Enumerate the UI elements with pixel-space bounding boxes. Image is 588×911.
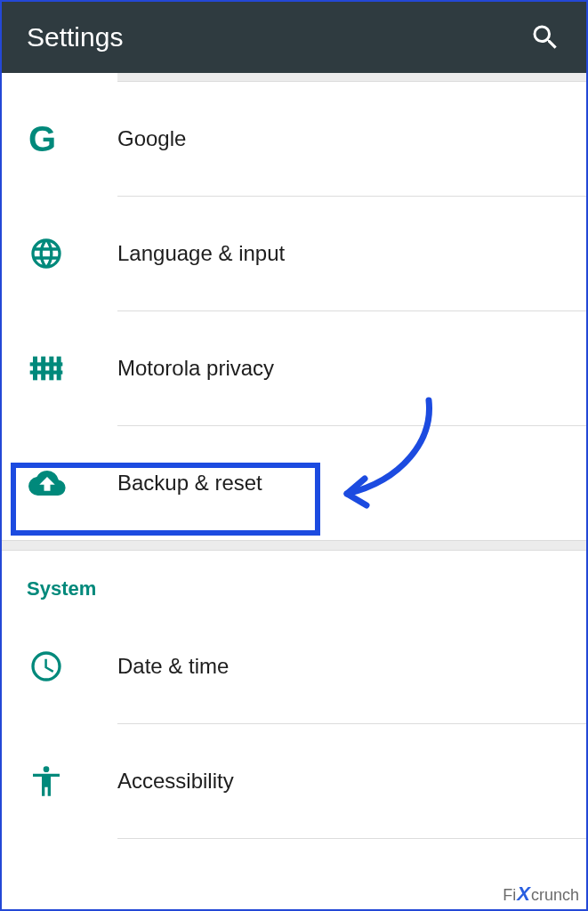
- divider: [117, 838, 586, 839]
- page-title: Settings: [27, 22, 123, 52]
- watermark-pre: Fi: [503, 886, 516, 905]
- section-title-system: System: [2, 551, 586, 609]
- settings-item-language-input[interactable]: Language & input: [2, 197, 586, 310]
- settings-item-label: Google: [117, 126, 186, 151]
- globe-icon: [28, 236, 117, 271]
- settings-item-accessibility[interactable]: Accessibility: [2, 724, 586, 838]
- google-icon: G: [28, 121, 117, 157]
- section-divider: [2, 540, 586, 551]
- settings-item-label: Language & input: [117, 241, 285, 266]
- watermark: FiXcrunch: [503, 883, 579, 906]
- clock-icon: [28, 649, 117, 684]
- top-divider: [117, 73, 586, 82]
- fence-icon: [28, 351, 117, 386]
- settings-item-date-time[interactable]: Date & time: [2, 609, 586, 723]
- svg-rect-4: [30, 362, 63, 366]
- settings-item-label: Date & time: [117, 654, 229, 679]
- watermark-post: crunch: [531, 886, 579, 905]
- search-icon[interactable]: [529, 21, 561, 53]
- accessibility-icon: [28, 763, 117, 799]
- settings-list: G Google Language & input Motorola priva…: [2, 82, 586, 540]
- svg-rect-2: [49, 357, 53, 381]
- watermark-x-icon: X: [517, 883, 530, 906]
- settings-item-backup-reset[interactable]: Backup & reset: [2, 426, 586, 540]
- settings-item-motorola-privacy[interactable]: Motorola privacy: [2, 311, 586, 425]
- svg-rect-0: [33, 357, 37, 381]
- settings-item-label: Backup & reset: [117, 471, 262, 496]
- settings-item-label: Motorola privacy: [117, 356, 274, 381]
- svg-rect-3: [57, 357, 61, 381]
- settings-item-label: Accessibility: [117, 769, 234, 794]
- settings-item-google[interactable]: G Google: [2, 82, 586, 196]
- system-list: Date & time Accessibility: [2, 609, 586, 839]
- svg-rect-5: [30, 371, 63, 375]
- cloud-upload-icon: [28, 464, 117, 502]
- svg-rect-1: [41, 357, 45, 381]
- header-bar: Settings: [2, 2, 586, 73]
